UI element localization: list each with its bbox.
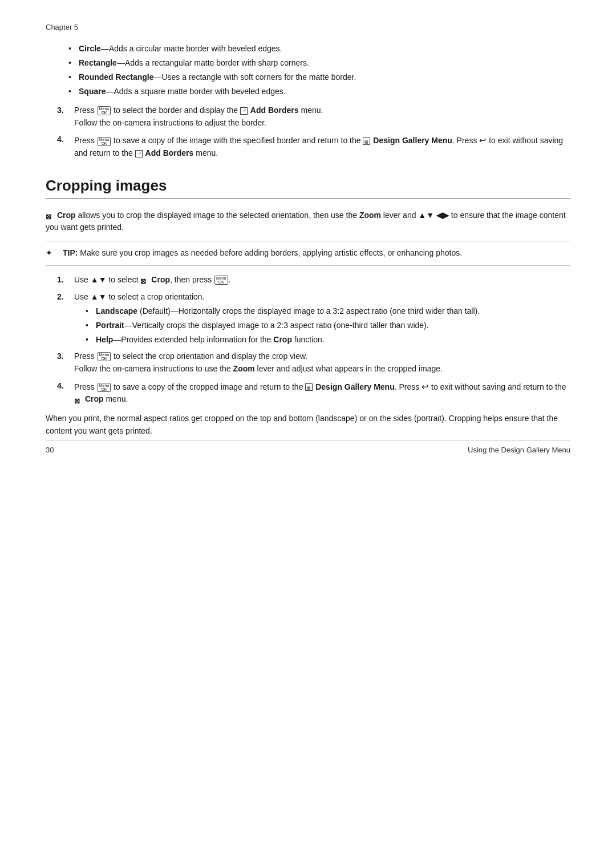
add-borders-label-2: Add Borders (145, 148, 194, 157)
add-borders-label: Add Borders (250, 106, 299, 115)
add-borders-icon: ✓ (240, 107, 248, 115)
footer: 30 Using the Design Gallery Menu (46, 440, 570, 454)
bold-rectangle: Rectangle (79, 58, 117, 67)
menu-ok-icon: MenuOK (98, 106, 111, 115)
portrait-item: Portrait—Vertically crops the displayed … (86, 320, 570, 332)
crop-ref: Crop (273, 335, 292, 344)
square-text: —Adds a square matte border with beveled… (106, 87, 285, 96)
back-arrow-icon: ↩ (479, 135, 487, 145)
cropping-images-heading: Cropping images (46, 177, 570, 199)
crop-step-3: 3. Press MenuOK to select the crop orien… (57, 350, 570, 375)
crop-icon-step-2: ⊠ (74, 396, 82, 404)
crop-label-2: Crop (85, 394, 104, 403)
crop-step-1: 1. Use ▲▼ to select ⊠ Crop, then press M… (57, 274, 570, 286)
tip-label: TIP: (63, 248, 78, 257)
arrow-2: ▲▼ (91, 292, 107, 301)
bold-square: Square (79, 87, 106, 96)
menu-ok-icon-5: MenuOK (98, 383, 111, 392)
crop-step-4-num: 4. (57, 380, 64, 393)
list-item: Rectangle—Adds a rectangular matte borde… (68, 57, 570, 69)
crop-bold: Crop (57, 211, 76, 220)
zoom-bold: Zoom (359, 211, 381, 220)
crop-step-3-num: 3. (57, 350, 64, 363)
menu-ok-icon-3: MenuOK (214, 276, 228, 285)
crop-step-2-content: Use ▲▼ to select a crop orientation. (74, 292, 205, 301)
menu-ok-icon-4: MenuOK (98, 352, 111, 361)
arrow-1: ▲▼ (91, 275, 107, 284)
footer-page-number: 30 (46, 446, 54, 454)
help-item: Help—Provides extended help information … (86, 334, 570, 346)
add-borders-icon-2: ✓ (135, 150, 143, 157)
crop-step-3-content: Press MenuOK to select the crop orientat… (74, 351, 443, 373)
crop-step-2-num: 2. (57, 291, 64, 304)
crop-label-1: Crop (151, 275, 170, 284)
step-4-num: 4. (57, 134, 64, 146)
bold-rounded-rectangle: Rounded Rectangle (79, 72, 153, 82)
design-gallery-label: Design Gallery Menu (373, 136, 452, 145)
design-gallery-icon-2: ▦ (305, 383, 313, 391)
crop-icon-step: ⊠ (140, 276, 148, 284)
list-item: Rounded Rectangle—Uses a rectangle with … (68, 71, 570, 83)
portrait-bold: Portrait (96, 321, 124, 330)
crop-step-1-num: 1. (57, 274, 64, 286)
step-3-num: 3. (57, 104, 64, 117)
landscape-bold: Landscape (96, 306, 137, 316)
closing-paragraph: When you print, the normal aspect ratios… (46, 413, 570, 437)
step-3-content: Press MenuOK to select the border and di… (74, 106, 323, 127)
list-item: Square—Adds a square matte border with b… (68, 86, 570, 98)
crop-step-4: 4. Press MenuOK to save a copy of the cr… (57, 380, 570, 406)
design-gallery-label-2: Design Gallery Menu (315, 382, 394, 391)
back-arrow-icon-2: ↩ (422, 382, 429, 391)
menu-ok-icon-2: MenuOK (98, 137, 111, 146)
step-3: 3. Press MenuOK to select the border and… (57, 104, 570, 129)
crop-step-2: 2. Use ▲▼ to select a crop orientation. … (57, 291, 570, 346)
bold-circle: Circle (79, 44, 101, 53)
crop-icon-inline: ⊠ (46, 212, 54, 220)
border-types-list: Circle—Adds a circular matte border with… (68, 43, 570, 98)
rounded-rectangle-text: —Uses a rectangle with soft corners for … (153, 72, 356, 82)
cropping-steps-list: 1. Use ▲▼ to select ⊠ Crop, then press M… (57, 274, 570, 406)
tip-icon: ✦ (46, 247, 52, 260)
intro-paragraph: ⊠ Crop allows you to crop the displayed … (46, 209, 570, 234)
landscape-item: Landscape (Default)—Horizontally crops t… (86, 305, 570, 317)
border-steps-list: 3. Press MenuOK to select the border and… (57, 104, 570, 160)
rectangle-text: —Adds a rectangular matte border with sh… (117, 58, 309, 67)
footer-chapter-label: Using the Design Gallery Menu (468, 446, 570, 454)
chapter-title: Chapter 5 (46, 23, 78, 31)
step-3-sub: Follow the on-camera instructions to adj… (74, 118, 266, 127)
step-4: 4. Press MenuOK to save a copy of the im… (57, 134, 570, 159)
crop-orientation-list: Landscape (Default)—Horizontally crops t… (86, 305, 570, 346)
tip-text: Make sure you crop images as needed befo… (80, 248, 462, 257)
design-gallery-icon: ▦ (363, 138, 370, 145)
zoom-ref: Zoom (233, 364, 255, 373)
help-bold: Help (96, 335, 113, 344)
circle-text: —Adds a circular matte border with bevel… (101, 44, 282, 53)
chapter-header: Chapter 5 (46, 23, 570, 31)
list-item: Circle—Adds a circular matte border with… (68, 43, 570, 55)
crop-step-4-content: Press MenuOK to save a copy of the cropp… (74, 382, 566, 404)
step-4-content: Press MenuOK to save a copy of the image… (74, 136, 563, 157)
page: Chapter 5 Circle—Adds a circular matte b… (0, 0, 616, 471)
tip-box: ✦ TIP: Make sure you crop images as need… (46, 241, 570, 266)
crop-step-1-content: Use ▲▼ to select ⊠ Crop, then press Menu… (74, 275, 230, 284)
arrow-keys-inline: ▲▼ ◀▶ (418, 211, 449, 220)
